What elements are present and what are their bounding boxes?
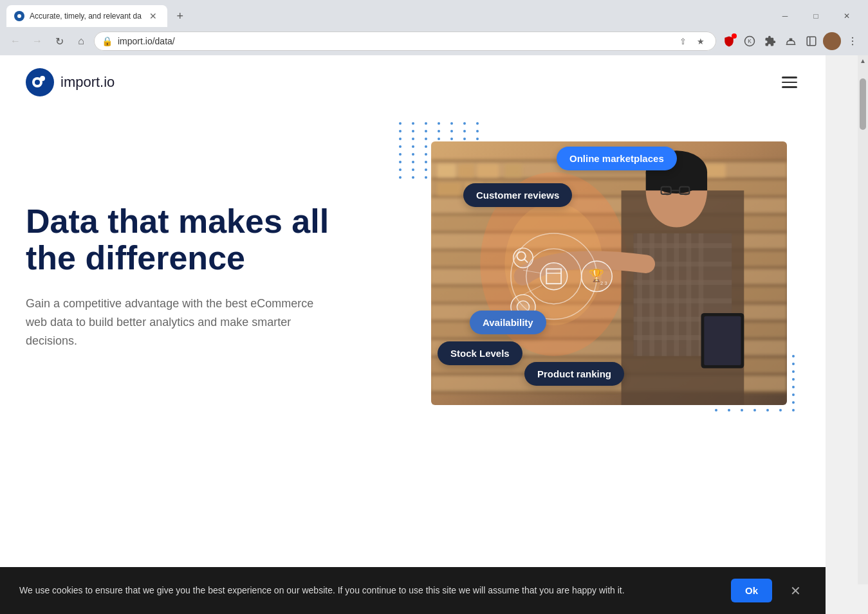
- dot: [438, 130, 440, 132]
- bookmark-icon[interactable]: ★: [693, 33, 708, 49]
- dot: [412, 145, 414, 148]
- tab-close-icon[interactable]: ✕: [147, 10, 160, 23]
- dot: [792, 393, 795, 396]
- tab-title: Accurate, timely, and relevant da: [30, 12, 142, 21]
- hero-section: Data that makes all the difference Gain …: [0, 109, 826, 444]
- dot: [425, 122, 427, 125]
- logo[interactable]: import.io: [26, 68, 115, 96]
- svg-text:K: K: [748, 39, 752, 44]
- dot: [438, 138, 440, 140]
- svg-rect-45: [438, 183, 462, 196]
- dot: [463, 122, 466, 125]
- svg-point-79: [540, 263, 568, 290]
- cookie-ok-button[interactable]: Ok: [731, 579, 772, 602]
- maximize-button[interactable]: □: [801, 6, 831, 26]
- hamburger-menu[interactable]: [779, 74, 800, 91]
- svg-point-12: [40, 76, 45, 81]
- svg-rect-42: [459, 164, 474, 177]
- address-bar[interactable]: 🔒 import.io/data/ ⇧ ★: [94, 32, 716, 51]
- back-button[interactable]: ←: [6, 32, 24, 50]
- address-bar-actions: ⇧ ★: [675, 33, 708, 49]
- dot: [476, 130, 479, 132]
- media-router-icon[interactable]: [782, 32, 800, 50]
- logo-icon: [26, 68, 54, 96]
- browser-tab[interactable]: Accurate, timely, and relevant da ✕: [6, 5, 167, 27]
- svg-rect-43: [477, 164, 499, 177]
- dot: [741, 409, 743, 411]
- dot: [463, 130, 466, 132]
- dot: [450, 122, 453, 125]
- browser-title-bar: Accurate, timely, and relevant da ✕ + ─ …: [0, 0, 868, 27]
- dot: [412, 161, 414, 163]
- svg-text:2: 2: [600, 280, 603, 286]
- dot: [476, 122, 479, 125]
- dot: [753, 409, 756, 411]
- dot: [412, 130, 414, 132]
- new-tab-button[interactable]: +: [171, 7, 189, 25]
- dot: [399, 161, 402, 163]
- dot: [792, 386, 795, 388]
- browser-toolbar: ← → ↻ ⌂ 🔒 import.io/data/ ⇧ ★ K: [0, 27, 868, 55]
- dot: [450, 130, 453, 132]
- dot: [425, 145, 427, 148]
- avatar[interactable]: [823, 32, 841, 50]
- svg-point-84: [513, 248, 533, 268]
- dot: [425, 176, 427, 179]
- dot: [715, 409, 717, 411]
- svg-rect-69: [646, 172, 707, 191]
- dot: [399, 130, 402, 132]
- hero-subtitle: Gain a competitive advantage with the be…: [26, 294, 335, 350]
- cookie-close-icon[interactable]: ✕: [785, 581, 806, 601]
- reload-button[interactable]: ↻: [50, 32, 68, 50]
- dot: [792, 378, 795, 381]
- svg-rect-76: [704, 316, 741, 365]
- shield-icon[interactable]: [720, 32, 738, 50]
- dot: [412, 122, 414, 125]
- hero-text: Data that makes all the difference Gain …: [26, 190, 373, 350]
- svg-point-7: [852, 41, 853, 42]
- svg-rect-4: [807, 37, 816, 46]
- dot: [412, 168, 414, 171]
- svg-point-6: [852, 37, 853, 39]
- sidebar-icon[interactable]: [802, 32, 820, 50]
- window-controls: ─ □ ✕: [770, 6, 862, 26]
- navbar: import.io: [0, 55, 826, 109]
- page-content: import.io Data that makes all the differ…: [0, 55, 826, 584]
- secure-icon: 🔒: [102, 36, 113, 46]
- hero-svg-container: 🏆 1 2 3: [431, 141, 787, 405]
- dot: [792, 409, 795, 411]
- svg-rect-46: [465, 183, 483, 196]
- share-icon[interactable]: ⇧: [675, 33, 690, 49]
- browser-scrollbar[interactable]: ▲: [858, 55, 868, 584]
- dot: [425, 130, 427, 132]
- extensions-icon[interactable]: [761, 32, 779, 50]
- dot: [412, 153, 414, 156]
- logo-text: import.io: [60, 74, 115, 91]
- dot: [399, 176, 402, 179]
- dot: [425, 153, 427, 156]
- dot: [425, 168, 427, 171]
- svg-rect-14: [431, 160, 787, 163]
- dot: [728, 409, 730, 411]
- dot: [450, 138, 453, 140]
- svg-text:1: 1: [595, 275, 598, 282]
- dot: [412, 176, 414, 179]
- minimize-button[interactable]: ─: [770, 6, 800, 26]
- dot: [476, 138, 479, 140]
- close-button[interactable]: ✕: [832, 6, 862, 26]
- dot: [399, 168, 402, 171]
- scrollbar-up-arrow[interactable]: ▲: [858, 55, 868, 66]
- svg-rect-16: [431, 177, 787, 180]
- chrome-menu-icon[interactable]: [844, 32, 862, 50]
- hero-image-area: 🏆 1 2 3: [399, 122, 800, 418]
- svg-point-11: [35, 80, 40, 85]
- svg-point-83: [517, 301, 529, 313]
- k-icon[interactable]: K: [741, 32, 759, 50]
- svg-text:3: 3: [605, 280, 607, 286]
- dot: [425, 138, 427, 140]
- forward-button[interactable]: →: [28, 32, 46, 50]
- home-button[interactable]: ⌂: [72, 32, 90, 50]
- scrollbar-thumb[interactable]: [860, 78, 866, 130]
- dot: [399, 153, 402, 156]
- tab-favicon: [14, 11, 24, 21]
